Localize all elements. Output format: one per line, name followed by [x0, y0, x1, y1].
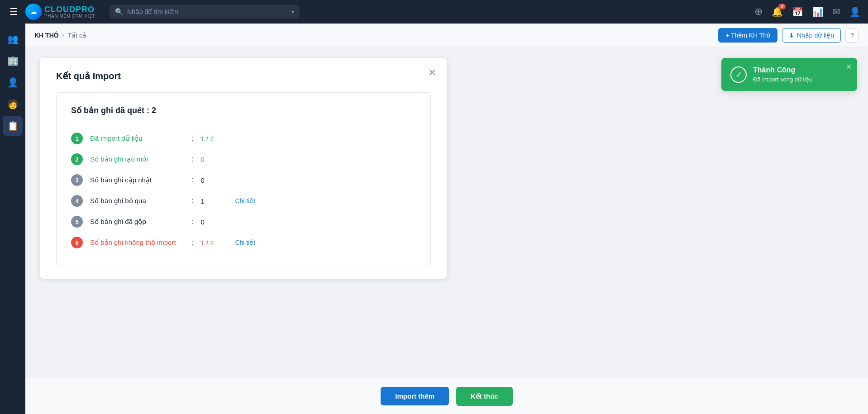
navbar: ☰ ☁ CLOUDPRO PHẦN MỀM CRM VIỆT 🔍 ▾ ⊕ 🔔 2…: [0, 0, 868, 24]
navbar-right: ⊕ 🔔 2 📅 📊 ✉ 👤: [754, 6, 861, 18]
row-value-4: 1: [200, 197, 228, 205]
row-badge-4: 4: [71, 195, 83, 207]
layout: 👥 🏢 👤 🧑 📋 KH THÔ › Tất cả + Thêm KH Thô …: [0, 24, 868, 414]
row-badge-2: 2: [71, 153, 83, 165]
dialog-close-button[interactable]: ✕: [428, 67, 436, 79]
breadcrumb-current: Tất cả: [68, 32, 86, 39]
breadcrumb-separator: ›: [62, 32, 64, 38]
logo: ☁ CLOUDPRO PHẦN MỀM CRM VIỆT: [25, 4, 95, 20]
summary-sep: :: [147, 106, 152, 115]
mail-icon[interactable]: ✉: [833, 6, 840, 17]
logo-icon: ☁: [25, 4, 42, 20]
toast-close-button[interactable]: ✕: [846, 62, 852, 71]
summary-value: 2: [152, 106, 156, 115]
import-label: Nhập dữ liệu: [797, 32, 834, 39]
row-value-1: 1 / 2: [200, 135, 228, 143]
sidebar-item-users[interactable]: 👤: [3, 72, 23, 92]
result-row-1: 1 Đã import dữ liệu : 1 / 2: [71, 128, 416, 149]
result-card: Số bản ghi đã quét : 2 1 Đã import dữ li…: [56, 92, 431, 266]
row-sep-3: :: [191, 176, 193, 184]
sidebar-item-buildings[interactable]: 🏢: [3, 51, 23, 71]
row-sep-5: :: [191, 218, 193, 226]
result-row-2: 2 Số bản ghi tạo mới : 0: [71, 149, 416, 170]
row-value-2: 0: [200, 156, 228, 163]
sidebar-item-contacts[interactable]: 👥: [3, 29, 23, 49]
import-icon: ⬇: [789, 32, 794, 39]
logo-sub: PHẦN MỀM CRM VIỆT: [44, 14, 95, 19]
sidebar-item-leads[interactable]: 📋: [3, 116, 23, 136]
chart-icon[interactable]: 📊: [812, 6, 824, 17]
search-icon: 🔍: [115, 8, 124, 16]
row-value-6: 1 / 2: [200, 239, 228, 247]
row-badge-1: 1: [71, 133, 83, 144]
result-row-5: 5 Số bản ghi đã gộp : 0: [71, 211, 416, 232]
menu-icon[interactable]: ☰: [7, 6, 20, 17]
row-value-3: 0: [200, 176, 228, 184]
footer-bar: Import thêm Kết thúc: [25, 378, 868, 414]
row-label-5: Số bản ghi đã gộp: [90, 218, 190, 226]
result-row-3: 3 Số bản ghi cập nhật : 0: [71, 170, 416, 190]
import-more-button[interactable]: Import thêm: [381, 387, 449, 405]
row-badge-6: 6: [71, 237, 83, 248]
add-icon[interactable]: ⊕: [754, 6, 763, 18]
toast-subtitle: Đã import xong dữ liệu: [753, 76, 813, 83]
search-input[interactable]: [127, 8, 288, 15]
notification-icon[interactable]: 🔔 2: [772, 6, 783, 17]
sidebar: 👥 🏢 👤 🧑 📋: [0, 24, 25, 414]
result-row-4: 4 Số bản ghi bỏ qua : 1 Chi tiết: [71, 190, 416, 211]
search-bar[interactable]: 🔍 ▾: [110, 5, 300, 19]
main: KH THÔ › Tất cả + Thêm KH Thô ⬇ Nhập dữ …: [25, 24, 868, 414]
result-row-6: 6 Số bản ghi không thể import : 1 / 2 Ch…: [71, 232, 416, 253]
sub-header: KH THÔ › Tất cả + Thêm KH Thô ⬇ Nhập dữ …: [25, 24, 868, 47]
row-badge-3: 3: [71, 174, 83, 186]
toast-content: Thành Công Đã import xong dữ liệu: [753, 66, 813, 83]
user-icon[interactable]: 👤: [849, 6, 861, 17]
breadcrumb-section: KH THÔ: [34, 32, 59, 39]
row-sep-2: :: [191, 155, 193, 163]
row-detail-4[interactable]: Chi tiết: [235, 197, 255, 205]
row-label-3: Số bản ghi cập nhật: [90, 176, 190, 184]
import-data-button[interactable]: ⬇ Nhập dữ liệu: [782, 28, 841, 43]
toast-notification: ✓ Thành Công Đã import xong dữ liệu ✕: [721, 58, 857, 91]
row-label-1: Đã import dữ liệu: [90, 134, 190, 143]
row-badge-5: 5: [71, 216, 83, 228]
sidebar-item-person[interactable]: 🧑: [3, 94, 23, 114]
row-label-4: Số bản ghi bỏ qua: [90, 197, 190, 205]
add-khtho-button[interactable]: + Thêm KH Thô: [718, 28, 777, 43]
row-sep-6: :: [191, 238, 193, 247]
row-sep-1: :: [191, 134, 193, 143]
summary-label: Số bản ghi đã quét: [71, 106, 144, 115]
logo-text: CLOUDPRO PHẦN MỀM CRM VIỆT: [44, 5, 95, 19]
row-label-6: Số bản ghi không thể import: [90, 238, 190, 247]
search-dropdown-icon: ▾: [291, 9, 294, 15]
help-button[interactable]: ?: [845, 28, 859, 43]
dialog-title: Kết quả Import: [56, 71, 431, 81]
sub-header-actions: + Thêm KH Thô ⬇ Nhập dữ liệu ?: [718, 28, 859, 43]
row-label-2: Số bản ghi tạo mới: [90, 155, 190, 163]
content-area: Kết quả Import ✕ Số bản ghi đã quét : 2 …: [25, 47, 868, 378]
toast-success-icon: ✓: [730, 67, 747, 83]
toast-title: Thành Công: [753, 66, 813, 74]
notification-badge: 2: [778, 4, 786, 10]
breadcrumb: KH THÔ › Tất cả: [34, 32, 86, 39]
finish-button[interactable]: Kết thúc: [456, 387, 513, 406]
import-result-dialog: Kết quả Import ✕ Số bản ghi đã quét : 2 …: [40, 58, 447, 279]
row-value-5: 0: [200, 218, 228, 226]
row-sep-4: :: [191, 197, 193, 205]
calendar-icon[interactable]: 📅: [792, 6, 803, 17]
row-detail-6[interactable]: Chi tiết: [235, 239, 255, 246]
result-summary: Số bản ghi đã quét : 2: [71, 105, 416, 115]
